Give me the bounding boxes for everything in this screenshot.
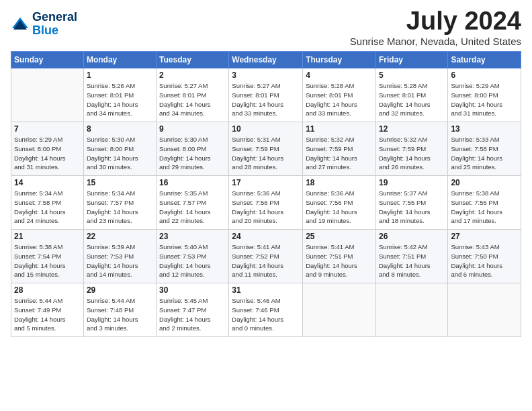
calendar-cell: 1Sunrise: 5:26 AMSunset: 8:01 PMDaylight…: [83, 68, 156, 122]
calendar-header: SundayMondayTuesdayWednesdayThursdayFrid…: [11, 52, 521, 68]
day-number: 1: [87, 71, 153, 80]
day-info: Sunrise: 5:30 AMSunset: 8:00 PMDaylight:…: [159, 135, 226, 172]
day-info: Sunrise: 5:40 AMSunset: 7:53 PMDaylight:…: [159, 242, 226, 279]
day-info: Sunrise: 5:34 AMSunset: 7:57 PMDaylight:…: [87, 189, 153, 226]
calendar-cell: 29Sunrise: 5:44 AMSunset: 7:48 PMDayligh…: [83, 283, 156, 337]
day-info: Sunrise: 5:38 AMSunset: 7:55 PMDaylight:…: [451, 189, 518, 226]
day-info: Sunrise: 5:29 AMSunset: 8:00 PMDaylight:…: [451, 81, 518, 118]
day-number: 22: [87, 232, 153, 241]
day-info: Sunrise: 5:29 AMSunset: 8:00 PMDaylight:…: [14, 135, 81, 172]
day-info: Sunrise: 5:38 AMSunset: 7:54 PMDaylight:…: [14, 242, 81, 279]
title-area: July 2024 Sunrise Manor, Nevada, United …: [350, 7, 521, 47]
day-number: 23: [159, 232, 226, 241]
calendar-table: SundayMondayTuesdayWednesdayThursdayFrid…: [11, 51, 521, 337]
day-info: Sunrise: 5:30 AMSunset: 8:00 PMDaylight:…: [87, 135, 153, 172]
calendar-cell: 17Sunrise: 5:36 AMSunset: 7:56 PMDayligh…: [229, 176, 303, 230]
day-info: Sunrise: 5:32 AMSunset: 7:59 PMDaylight:…: [379, 135, 445, 172]
day-info: Sunrise: 5:37 AMSunset: 7:55 PMDaylight:…: [379, 189, 445, 226]
calendar-cell: 31Sunrise: 5:46 AMSunset: 7:46 PMDayligh…: [229, 283, 303, 337]
calendar-body: 1Sunrise: 5:26 AMSunset: 8:01 PMDaylight…: [11, 68, 521, 337]
calendar-cell: 8Sunrise: 5:30 AMSunset: 8:00 PMDaylight…: [83, 122, 156, 176]
day-number: 7: [14, 124, 81, 134]
calendar-cell: 30Sunrise: 5:45 AMSunset: 7:47 PMDayligh…: [157, 283, 229, 337]
day-number: 10: [232, 124, 300, 134]
day-number: 25: [306, 232, 373, 241]
day-info: Sunrise: 5:33 AMSunset: 7:58 PMDaylight:…: [451, 135, 518, 172]
logo-line1: General: [32, 11, 77, 24]
day-info: Sunrise: 5:41 AMSunset: 7:51 PMDaylight:…: [306, 242, 373, 279]
calendar-week-row: 1Sunrise: 5:26 AMSunset: 8:01 PMDaylight…: [11, 68, 521, 122]
day-number: 15: [87, 178, 153, 187]
day-info: Sunrise: 5:36 AMSunset: 7:56 PMDaylight:…: [232, 189, 300, 226]
calendar-cell: 16Sunrise: 5:35 AMSunset: 7:57 PMDayligh…: [157, 176, 229, 230]
day-number: 19: [379, 178, 445, 187]
day-info: Sunrise: 5:42 AMSunset: 7:51 PMDaylight:…: [379, 242, 445, 279]
calendar-cell: 24Sunrise: 5:41 AMSunset: 7:52 PMDayligh…: [229, 230, 303, 283]
weekday-header: Wednesday: [229, 52, 303, 68]
calendar-cell: 13Sunrise: 5:33 AMSunset: 7:58 PMDayligh…: [448, 122, 521, 176]
day-number: 18: [306, 178, 373, 187]
day-number: 14: [14, 178, 81, 187]
weekday-header: Friday: [375, 52, 447, 68]
day-number: 21: [14, 232, 81, 241]
day-number: 16: [159, 178, 226, 187]
calendar-cell: 9Sunrise: 5:30 AMSunset: 8:00 PMDaylight…: [157, 122, 229, 176]
calendar-week-row: 28Sunrise: 5:44 AMSunset: 7:49 PMDayligh…: [11, 283, 521, 337]
day-info: Sunrise: 5:28 AMSunset: 8:01 PMDaylight:…: [379, 81, 445, 118]
day-number: 30: [159, 285, 226, 295]
day-number: 28: [14, 285, 81, 295]
calendar-cell: 4Sunrise: 5:28 AMSunset: 8:01 PMDaylight…: [303, 68, 376, 122]
day-info: Sunrise: 5:27 AMSunset: 8:01 PMDaylight:…: [232, 81, 300, 118]
calendar-cell: 22Sunrise: 5:39 AMSunset: 7:53 PMDayligh…: [83, 230, 156, 283]
day-info: Sunrise: 5:44 AMSunset: 7:48 PMDaylight:…: [87, 296, 153, 333]
weekday-header: Monday: [83, 52, 156, 68]
calendar-cell: 15Sunrise: 5:34 AMSunset: 7:57 PMDayligh…: [83, 176, 156, 230]
day-info: Sunrise: 5:31 AMSunset: 7:59 PMDaylight:…: [232, 135, 300, 172]
day-number: 31: [232, 285, 300, 295]
day-number: 8: [87, 124, 153, 134]
day-number: 5: [379, 71, 445, 80]
day-info: Sunrise: 5:28 AMSunset: 8:01 PMDaylight:…: [306, 81, 373, 118]
calendar-cell: 2Sunrise: 5:27 AMSunset: 8:01 PMDaylight…: [157, 68, 229, 122]
calendar-cell: 12Sunrise: 5:32 AMSunset: 7:59 PMDayligh…: [375, 122, 447, 176]
logo-icon: [11, 16, 30, 32]
header: General Blue July 2024 Sunrise Manor, Ne…: [11, 7, 521, 47]
day-number: 11: [306, 124, 373, 134]
logo: General Blue: [11, 11, 77, 38]
day-number: 27: [451, 232, 518, 241]
calendar-cell: 23Sunrise: 5:40 AMSunset: 7:53 PMDayligh…: [157, 230, 229, 283]
day-number: 2: [159, 71, 226, 80]
day-info: Sunrise: 5:45 AMSunset: 7:47 PMDaylight:…: [159, 296, 226, 333]
day-info: Sunrise: 5:27 AMSunset: 8:01 PMDaylight:…: [159, 81, 226, 118]
calendar-cell: 18Sunrise: 5:36 AMSunset: 7:56 PMDayligh…: [303, 176, 376, 230]
day-number: 6: [451, 71, 518, 80]
day-number: 9: [159, 124, 226, 134]
calendar-cell: 14Sunrise: 5:34 AMSunset: 7:58 PMDayligh…: [11, 176, 84, 230]
day-info: Sunrise: 5:44 AMSunset: 7:49 PMDaylight:…: [14, 296, 81, 333]
calendar-cell: 21Sunrise: 5:38 AMSunset: 7:54 PMDayligh…: [11, 230, 84, 283]
location-title: Sunrise Manor, Nevada, United States: [350, 36, 521, 47]
day-info: Sunrise: 5:46 AMSunset: 7:46 PMDaylight:…: [232, 296, 300, 333]
day-number: 17: [232, 178, 300, 187]
calendar-cell: 25Sunrise: 5:41 AMSunset: 7:51 PMDayligh…: [303, 230, 376, 283]
calendar-cell: [303, 283, 376, 337]
calendar-cell: 3Sunrise: 5:27 AMSunset: 8:01 PMDaylight…: [229, 68, 303, 122]
calendar-cell: [375, 283, 447, 337]
day-number: 13: [451, 124, 518, 134]
day-number: 3: [232, 71, 300, 80]
calendar-cell: [448, 283, 521, 337]
day-info: Sunrise: 5:36 AMSunset: 7:56 PMDaylight:…: [306, 189, 373, 226]
day-number: 4: [306, 71, 373, 80]
calendar-cell: [11, 68, 84, 122]
calendar-cell: 19Sunrise: 5:37 AMSunset: 7:55 PMDayligh…: [375, 176, 447, 230]
calendar-week-row: 7Sunrise: 5:29 AMSunset: 8:00 PMDaylight…: [11, 122, 521, 176]
day-info: Sunrise: 5:35 AMSunset: 7:57 PMDaylight:…: [159, 189, 226, 226]
weekday-header: Saturday: [448, 52, 521, 68]
day-info: Sunrise: 5:32 AMSunset: 7:59 PMDaylight:…: [306, 135, 373, 172]
logo-line2: Blue: [32, 24, 77, 38]
weekday-row: SundayMondayTuesdayWednesdayThursdayFrid…: [11, 52, 521, 68]
day-info: Sunrise: 5:39 AMSunset: 7:53 PMDaylight:…: [87, 242, 153, 279]
calendar-week-row: 21Sunrise: 5:38 AMSunset: 7:54 PMDayligh…: [11, 230, 521, 283]
weekday-header: Thursday: [303, 52, 376, 68]
day-info: Sunrise: 5:43 AMSunset: 7:50 PMDaylight:…: [451, 242, 518, 279]
